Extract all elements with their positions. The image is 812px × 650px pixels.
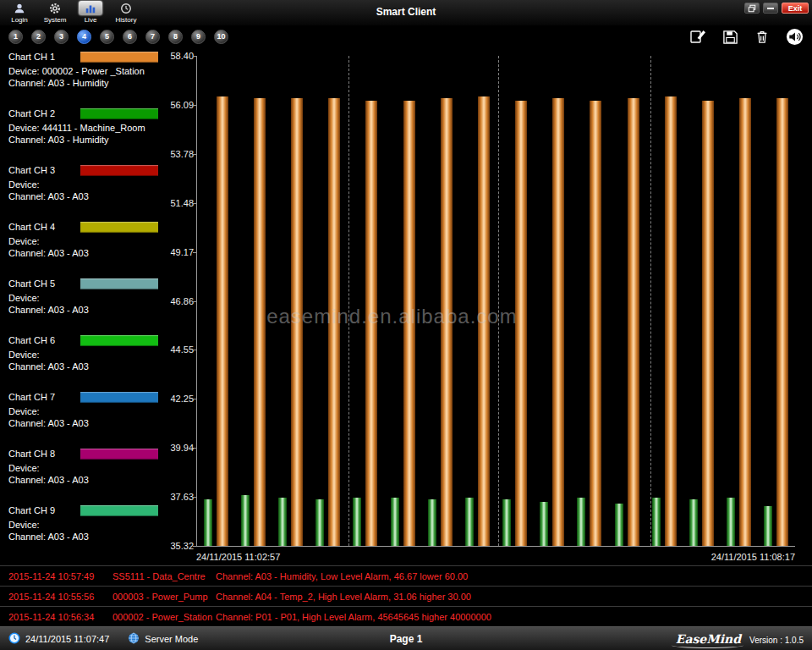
legend-entry-device: Device:: [8, 349, 166, 361]
status-datetime: 24/11/2015 11:07:47: [25, 634, 109, 644]
nav-system-button[interactable]: System: [39, 1, 71, 24]
legend-entry-channel: Channel: A03 - A03: [8, 361, 166, 372]
bar-group-4: [310, 56, 347, 546]
y-tick-label: 39.94: [163, 443, 194, 453]
bar-ch1: [628, 98, 639, 546]
delete-button[interactable]: [753, 27, 771, 46]
bar-group-15: [721, 56, 758, 546]
legend-entry-ch4[interactable]: Chart CH 4Device:Channel: A03 - A03: [8, 221, 166, 259]
legend-entry-ch8[interactable]: Chart CH 8Device:Channel: A03 - A03: [8, 448, 166, 486]
alarm-time: 2015-11-24 10:56:34: [8, 612, 112, 622]
bar-group-5: [347, 56, 384, 546]
main-nav: Login System Live History: [3, 1, 142, 24]
legend-entry-ch9[interactable]: Chart CH 9Device:Channel: A03 - A03: [8, 504, 166, 543]
legend-color-swatch: [80, 108, 158, 119]
login-icon: [8, 1, 31, 15]
page-button-4[interactable]: 4: [77, 30, 91, 44]
minimize-button[interactable]: [763, 3, 778, 14]
plot-area: 58.4056.0953.7851.4849.1746.8644.5542.25…: [196, 56, 795, 547]
smart-client-window: Login System Live History Smart: [0, 0, 812, 650]
edit-pencil-icon: [689, 28, 706, 45]
legend-entry-title: Chart CH 1: [8, 52, 80, 62]
page-button-6[interactable]: 6: [123, 30, 137, 44]
bar-ch1: [291, 98, 303, 546]
bar-group-8: [458, 56, 496, 546]
alarm-device: SS5111 - Data_Centre: [112, 571, 216, 581]
legend-entry-header: Chart CH 4: [8, 221, 166, 233]
bar-ch2: [428, 499, 436, 546]
legend-entry-channel: Channel: A03 - A03: [8, 247, 166, 259]
restore-button[interactable]: [744, 3, 760, 14]
bar-group-10: [534, 56, 571, 546]
alarm-list: 2015-11-24 10:57:49SS5111 - Data_CentreC…: [0, 565, 812, 626]
bar-ch2: [353, 498, 361, 546]
y-tick-label: 49.17: [163, 247, 194, 257]
exit-button[interactable]: Exit: [782, 3, 809, 14]
page-button-5[interactable]: 5: [100, 30, 114, 44]
nav-login-button[interactable]: Login: [3, 1, 36, 24]
legend-entry-ch2[interactable]: Chart CH 2Device: 444111 - Machine_RoomC…: [8, 107, 166, 146]
legend-entry-ch6[interactable]: Chart CH 6Device:Channel: A03 - A03: [8, 334, 166, 372]
statusbar: 24/11/2015 11:07:47 Server Mode Page 1 E…: [0, 626, 812, 650]
legend-entry-device: Device:: [8, 519, 166, 531]
legend-entry-title: Chart CH 7: [8, 392, 80, 402]
bar-ch2: [577, 498, 585, 546]
legend-entry-title: Chart CH 3: [8, 165, 80, 175]
y-tick-label: 51.48: [163, 198, 194, 208]
legend-entry-title: Chart CH 9: [8, 505, 80, 515]
chart-area: 58.4056.0953.7851.4849.1746.8644.5542.25…: [166, 47, 812, 565]
alarm-row-1[interactable]: 2015-11-24 10:57:49SS5111 - Data_CentreC…: [0, 565, 812, 586]
bar-ch1: [515, 101, 527, 546]
y-tick-label: 46.86: [163, 296, 194, 306]
page-button-9[interactable]: 9: [191, 30, 206, 44]
bar-ch2: [727, 498, 735, 546]
legend-entry-header: Chart CH 2: [8, 107, 166, 119]
legend-color-swatch: [80, 222, 158, 233]
y-tick-label: 53.78: [163, 149, 194, 159]
page-button-2[interactable]: 2: [31, 30, 46, 44]
page-button-8[interactable]: 8: [168, 30, 183, 44]
legend-entry-ch3[interactable]: Chart CH 3Device:Channel: A03 - A03: [8, 164, 166, 202]
alarm-row-2[interactable]: 2015-11-24 10:55:56000003 - Power_PumpCh…: [0, 586, 812, 606]
bar-group-7: [421, 56, 458, 546]
titlebar: Login System Live History Smart: [0, 0, 812, 25]
legend-entry-ch7[interactable]: Chart CH 7Device:Channel: A03 - A03: [8, 391, 166, 429]
toolbar: [689, 27, 804, 46]
page-button-3[interactable]: 3: [54, 30, 69, 44]
alarm-time: 2015-11-24 10:55:56: [8, 592, 112, 602]
save-button[interactable]: [721, 27, 739, 46]
legend-color-swatch: [80, 392, 158, 403]
nav-history-button[interactable]: History: [110, 1, 142, 24]
bar-ch1: [739, 98, 751, 546]
bar-group-3: [272, 56, 309, 546]
status-right: EaseMind Version : 1.0.5: [676, 632, 804, 646]
bar-group-12: [608, 56, 645, 546]
page-button-10[interactable]: 10: [214, 30, 228, 44]
bar-ch1: [403, 101, 415, 546]
speaker-icon: [786, 28, 804, 46]
legend-entry-title: Chart CH 8: [8, 449, 80, 459]
page-button-7[interactable]: 7: [145, 30, 160, 44]
bar-group-13: [645, 56, 683, 546]
save-floppy-icon: [722, 29, 738, 45]
bar-ch2: [502, 499, 511, 546]
y-tick-label: 56.09: [163, 100, 194, 110]
alarm-row-3[interactable]: 2015-11-24 10:56:34000002 - Power_Statio…: [0, 606, 812, 626]
legend-entry-channel: Channel: A03 - Humidity: [8, 134, 166, 146]
bar-group-2: [234, 56, 272, 546]
alarm-time: 2015-11-24 10:57:49: [8, 571, 112, 581]
legend-entry-ch1[interactable]: Chart CH 1Device: 000002 - Power _Statio…: [8, 51, 166, 89]
page-button-1[interactable]: 1: [8, 30, 23, 44]
nav-live-button[interactable]: Live: [74, 1, 107, 24]
sound-button[interactable]: [785, 27, 804, 46]
nav-login-label: Login: [11, 16, 28, 24]
page-buttons: 12345678910: [8, 30, 228, 44]
bar-ch1: [254, 98, 266, 546]
edit-button[interactable]: [689, 27, 707, 46]
window-controls: Exit: [744, 3, 809, 14]
legend-entry-channel: Channel: A03 - A03: [8, 304, 166, 316]
legend-color-swatch: [80, 505, 158, 516]
bar-ch2: [278, 498, 287, 546]
legend-entry-channel: Channel: A03 - Humidity: [8, 77, 166, 89]
legend-entry-ch5[interactable]: Chart CH 5Device:Channel: A03 - A03: [8, 278, 166, 316]
